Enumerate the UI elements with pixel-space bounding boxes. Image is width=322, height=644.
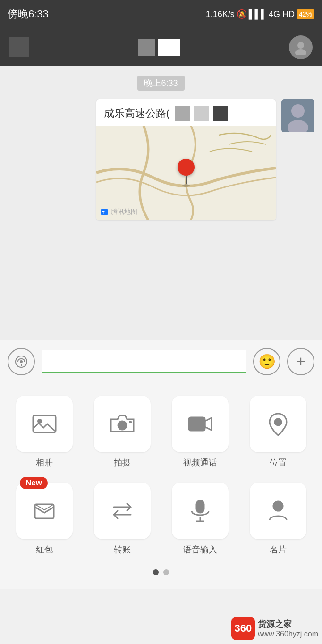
media-icon-box-voice-input (172, 483, 229, 539)
media-icon-box-video (172, 396, 229, 452)
media-label-business-card: 名片 (270, 544, 287, 555)
battery-icon: 42% (297, 9, 314, 19)
svg-point-1 (295, 49, 306, 55)
timestamp-bubble: 晚上6:33 (0, 76, 322, 91)
input-underline (42, 372, 246, 373)
media-item-transfer[interactable]: 转账 (87, 483, 157, 555)
media-item-red-packet[interactable]: New 红包 (9, 483, 79, 555)
page-dot-2 (163, 569, 169, 575)
svg-rect-11 (33, 415, 56, 432)
svg-rect-15 (189, 417, 205, 431)
svg-point-0 (297, 42, 304, 49)
svg-point-13 (118, 421, 127, 430)
media-label-album: 相册 (36, 457, 53, 468)
watermark-text: 货源之家 www.360hyzj.com (258, 619, 318, 638)
svg-point-16 (275, 419, 281, 425)
pin-shadow (182, 184, 190, 187)
media-label-video-call: 视频通话 (183, 457, 217, 468)
bell-icon: 🔕 (237, 9, 247, 19)
nav-bar (0, 28, 322, 66)
voice-button[interactable] (8, 348, 35, 375)
media-label-voice-input: 语音输入 (183, 544, 217, 555)
map-watermark: T 腾讯地图 (101, 208, 137, 216)
media-grid-row1: 相册 拍摄 视频通话 (9, 396, 313, 468)
map-pin (178, 159, 195, 187)
location-card[interactable]: 成乐高速公路( (96, 99, 276, 220)
media-label-red-packet: 红包 (36, 544, 53, 555)
media-label-transfer: 转账 (114, 544, 131, 555)
plus-icon: + (296, 352, 305, 371)
plus-button[interactable]: + (287, 348, 314, 375)
location-map: T 腾讯地图 (96, 126, 276, 220)
media-icon-box-red-packet (16, 483, 73, 539)
chat-avatar-img (281, 99, 314, 132)
media-icon-box-album (16, 396, 73, 452)
media-item-voice-input[interactable]: 语音输入 (165, 483, 235, 555)
media-item-video-call[interactable]: 视频通话 (165, 396, 235, 468)
emoji-icon: 🙂 (258, 353, 276, 370)
svg-point-10 (20, 360, 23, 363)
avatar[interactable] (289, 35, 313, 59)
media-label-camera: 拍摄 (114, 457, 131, 468)
color-box-gray (175, 106, 190, 121)
page-dot-1 (153, 569, 159, 575)
timestamp-text: 晚上6:33 (137, 76, 184, 91)
chat-area: 晚上6:33 成乐高速公路( (0, 66, 322, 340)
location-title: 成乐高速公路( (104, 106, 169, 120)
watermark: 360 货源之家 www.360hyzj.com (231, 617, 318, 640)
network-type: 4G HD (269, 9, 295, 19)
nav-squares (138, 39, 180, 56)
pin-circle (178, 159, 195, 176)
media-item-camera[interactable]: 拍摄 (87, 396, 157, 468)
emoji-button[interactable]: 🙂 (253, 348, 280, 375)
svg-rect-14 (129, 421, 132, 423)
back-icon[interactable] (9, 37, 29, 57)
media-icon-box-transfer (94, 483, 151, 539)
svg-point-6 (291, 104, 305, 118)
media-icon-box-camera (94, 396, 151, 452)
location-card-header: 成乐高速公路( (96, 99, 276, 126)
color-boxes (175, 106, 228, 121)
media-panel: 相册 拍摄 视频通话 (0, 382, 322, 589)
svg-rect-18 (196, 500, 204, 513)
status-time: 傍晚6:33 (8, 7, 49, 21)
pin-stem (186, 176, 187, 184)
watermark-url: www.360hyzj.com (258, 630, 318, 638)
media-label-location: 位置 (270, 457, 287, 468)
svg-point-21 (273, 501, 283, 511)
media-item-location[interactable]: 位置 (243, 396, 313, 468)
status-bar: 傍晚6:33 1.16K/s 🔕 ▌▌▌ 4G HD 42% (0, 0, 322, 28)
media-icon-box-business-card (250, 483, 306, 539)
watermark-logo: 360 (231, 617, 255, 640)
map-watermark-text: 腾讯地图 (111, 208, 137, 215)
nav-square-gray (138, 39, 155, 56)
chat-user-avatar (281, 99, 314, 132)
message-row: 成乐高速公路( (0, 95, 322, 224)
network-speed: 1.16K/s (206, 9, 235, 19)
svg-text:T: T (102, 210, 105, 215)
input-field-wrap (42, 350, 246, 373)
nav-square-white (158, 39, 180, 56)
watermark-brand: 货源之家 (258, 619, 318, 630)
media-item-album[interactable]: 相册 (9, 396, 79, 468)
media-grid-row2: New 红包 转账 (9, 483, 313, 555)
media-icon-box-location (250, 396, 306, 452)
new-badge: New (20, 477, 48, 489)
page-dots (9, 569, 313, 580)
message-input[interactable] (42, 350, 246, 373)
color-box-light (194, 106, 209, 121)
media-item-business-card[interactable]: 名片 (243, 483, 313, 555)
status-right: 1.16K/s 🔕 ▌▌▌ 4G HD 42% (206, 9, 314, 19)
signal-icon: ▌▌▌ (249, 9, 267, 19)
input-bar: 🙂 + (0, 340, 322, 382)
color-box-dark (213, 106, 228, 121)
